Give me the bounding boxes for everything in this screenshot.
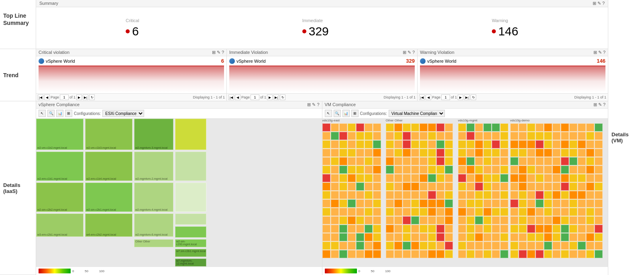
prev-page-btn-imm[interactable]: ◀ [235,94,240,100]
trend-panel-warning: Warning Violation ⊞ ✎ ? vSphere World 14… [418,49,608,101]
vm-treemap[interactable]: vds10g-eastOther Othervds10g-mgmtvds10g-… [322,119,608,267]
main-container: Top Line Summary Trend Details (IaaS) Su… [0,0,644,275]
trend-label: Trend [0,49,36,101]
next-page-btn-imm[interactable]: ▶ [267,94,273,100]
vsphere-compliance-header: vSphere Compliance ⊞ ✎ ? [36,101,322,109]
iaas-treemap-container: w2-vm-c1b2.mgmt.localw2-vm-c1b3.mgmt.loc… [36,119,322,275]
metric-warning: Warning 146 [492,18,518,38]
last-page-btn-imm[interactable]: ▶| [273,94,279,100]
summary-title-bar: Summary ⊞ ✎ ? [36,0,608,7]
refresh-btn[interactable]: ↻ [89,94,95,100]
next-page-btn[interactable]: ▶ [76,94,82,100]
vm-zoom-tool-btn[interactable]: 🔍 [334,110,341,117]
vsphere-icon-warning [420,58,426,64]
trend-panel-warning-footer: |◀ ◀ Page of 1 ▶ ▶| ↻ Displaying 1 - 1 o… [418,93,608,101]
vm-compliance-panel: VM Compliance ⊞ ✎ ? ↖ 🔍 📊 ⊞ Configuratio… [322,101,608,275]
summary-bar: Summary ⊞ ✎ ? Critical 6 Immediate 329 [36,0,608,49]
vm-compliance-toolbar: ↖ 🔍 📊 ⊞ Configurations: Virtual Machine … [322,109,608,119]
page-input-warning[interactable] [441,94,450,100]
trend-panel-warning-body: vSphere World 146 Oct 25 Oct 26 Oct 27 O… [418,56,608,93]
next-page-btn-warn[interactable]: ▶ [458,94,463,100]
treemap-legend-vm: 0 50 100 [322,267,608,275]
vm-compliance-header: VM Compliance ⊞ ✎ ? [322,101,608,109]
page-input-immediate[interactable] [251,94,259,100]
refresh-btn-warn[interactable]: ↻ [471,94,476,100]
trend-panel-immediate-header: Immediate Violation ⊞ ✎ ? [227,49,417,56]
iaas-config-dropdown[interactable]: ESXi Compliance [102,110,144,117]
pagination-critical[interactable]: |◀ ◀ Page of 1 ▶ ▶| ↻ [38,94,95,100]
trend-panel-immediate-footer: |◀ ◀ Page of 1 ▶ ▶| ↻ Displaying 1 - 1 o… [227,93,417,101]
prev-page-btn[interactable]: ◀ [44,94,50,100]
refresh-btn-imm[interactable]: ↻ [280,94,285,100]
vm-grid-tool-btn[interactable]: ⊞ [351,110,359,117]
vsphere-compliance-panel: vSphere Compliance ⊞ ✎ ? ↖ 🔍 📊 ⊞ Configu… [36,101,322,275]
metric-immediate: Immediate 329 [302,18,329,38]
first-page-btn-warn[interactable]: |◀ [419,94,425,100]
critical-dot [126,29,130,33]
chart-area-warning: Oct 25 Oct 26 Oct 27 Oct 28 Oct 29 Oct 3… [420,66,605,92]
first-page-btn[interactable]: |◀ [38,94,43,100]
trend-panel-critical-body: vSphere World 6 Oct 25 Oct 26 Oct 27 Oct… [36,56,226,93]
page-input-critical[interactable] [60,94,69,100]
details-iaas-label: Details (IaaS) [0,101,36,275]
pagination-immediate[interactable]: |◀ ◀ Page of 1 ▶ ▶| ↻ [228,94,285,100]
details-vm-label: Details (VM) [608,0,644,275]
vm-config-dropdown[interactable]: Virtual Machine Compliance [389,110,445,117]
treemap-legend-iaas: 0 50 100 [36,267,322,275]
vm-treemap-container: vds10g-eastOther Othervds10g-mgmtvds10g-… [322,119,608,275]
prev-page-btn-warn[interactable]: ◀ [426,94,431,100]
right-content: Summary ⊞ ✎ ? Critical 6 Immediate 329 [36,0,608,275]
trend-panel-critical-footer: |◀ ◀ Page of 1 ▶ ▶| ↻ Displaying 1 - 1 o… [36,93,226,101]
trend-panel-warning-header: Warning Violation ⊞ ✎ ? [418,49,608,56]
chart-area-critical: Oct 25 Oct 26 Oct 27 Oct 28 Oct 29 Oct 3… [39,66,224,92]
left-labels: Top Line Summary Trend Details (IaaS) [0,0,36,275]
warning-dot [492,29,496,33]
pagination-warning[interactable]: |◀ ◀ Page of 1 ▶ ▶| ↻ [419,94,476,100]
top-line-label: Top Line Summary [0,0,36,49]
pointer-tool-btn[interactable]: ↖ [39,110,46,117]
vsphere-icon-immediate [229,58,235,64]
iaas-treemap[interactable]: w2-vm-c1b2.mgmt.localw2-vm-c1b3.mgmt.loc… [36,119,322,267]
chart-area-immediate: Oct 25 Oct 26 Oct 27 Oct 28 Oct 29 Oct 3… [229,66,415,92]
trend-panel-immediate: Immediate Violation ⊞ ✎ ? vSphere World … [227,49,418,101]
details-section: vSphere Compliance ⊞ ✎ ? ↖ 🔍 📊 ⊞ Configu… [36,101,608,275]
zoom-tool-btn[interactable]: 🔍 [47,110,55,117]
trend-panel-immediate-body: vSphere World 329 Oct 25 Oct 26 Oct 27 O… [227,56,417,93]
vm-chart-tool-btn[interactable]: 📊 [342,110,350,117]
trend-panel-critical: Critical violation ⊞ ✎ ? vSphere World 6 [36,49,227,101]
first-page-btn-imm[interactable]: |◀ [228,94,234,100]
trend-panel-critical-header: Critical violation ⊞ ✎ ? [36,49,226,56]
vm-pointer-tool-btn[interactable]: ↖ [325,110,332,117]
vsphere-icon-critical [39,58,44,64]
metric-critical: Critical 6 [126,18,139,38]
last-page-btn-warn[interactable]: ▶| [464,94,470,100]
vsphere-compliance-toolbar: ↖ 🔍 📊 ⊞ Configurations: ESXi Compliance [36,109,322,119]
grid-tool-btn[interactable]: ⊞ [65,110,72,117]
last-page-btn[interactable]: ▶| [83,94,88,100]
trend-section: Critical violation ⊞ ✎ ? vSphere World 6 [36,49,608,101]
chart-tool-btn[interactable]: 📊 [56,110,63,117]
immediate-dot [302,29,306,33]
